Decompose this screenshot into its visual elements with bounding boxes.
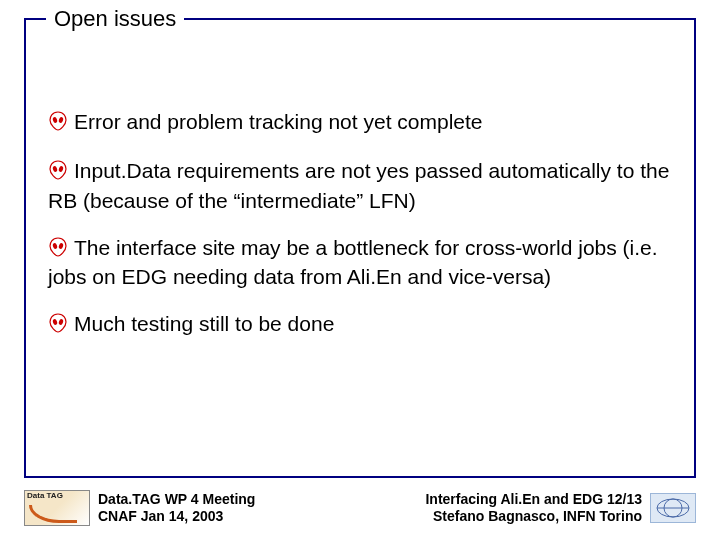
alien-head-icon bbox=[48, 312, 68, 339]
footer: Data TAG Data.TAG WP 4 Meeting CNAF Jan … bbox=[24, 484, 696, 532]
footer-right-text: Interfacing Ali.En and EDG 12/13 Stefano… bbox=[425, 491, 642, 525]
bullet-item: The interface site may be a bottleneck f… bbox=[48, 234, 672, 291]
logo-arc-icon bbox=[29, 505, 77, 523]
slide: Open issues Error and problem tracking n… bbox=[0, 0, 720, 540]
bullet-item: Input.Data requirements are not yes pass… bbox=[48, 157, 672, 214]
svg-point-6 bbox=[52, 319, 58, 326]
svg-point-0 bbox=[52, 116, 58, 123]
alien-head-icon bbox=[48, 110, 68, 137]
footer-left-text: Data.TAG WP 4 Meeting CNAF Jan 14, 2003 bbox=[98, 491, 255, 525]
datatag-logo: Data TAG bbox=[24, 490, 90, 526]
footer-left-line1: Data.TAG WP 4 Meeting bbox=[98, 491, 255, 508]
footer-right-line1: Interfacing Ali.En and EDG 12/13 bbox=[425, 491, 642, 508]
slide-title: Open issues bbox=[54, 6, 176, 31]
bullet-text: The interface site may be a bottleneck f… bbox=[48, 236, 658, 288]
alien-head-icon bbox=[48, 159, 68, 186]
alien-head-icon bbox=[48, 236, 68, 263]
bullet-text: Error and problem tracking not yet compl… bbox=[74, 110, 483, 133]
svg-point-2 bbox=[52, 166, 58, 173]
content-area: Error and problem tracking not yet compl… bbox=[48, 108, 672, 360]
bullet-item: Error and problem tracking not yet compl… bbox=[48, 108, 672, 137]
footer-right-line2: Stefano Bagnasco, INFN Torino bbox=[425, 508, 642, 525]
svg-point-7 bbox=[58, 319, 64, 326]
svg-point-3 bbox=[58, 166, 64, 173]
svg-point-4 bbox=[52, 242, 58, 249]
logo-left-text: Data TAG bbox=[27, 492, 87, 500]
title-wrap: Open issues bbox=[46, 6, 184, 32]
bullet-text: Much testing still to be done bbox=[74, 312, 334, 335]
svg-point-5 bbox=[58, 242, 64, 249]
bullet-text: Input.Data requirements are not yes pass… bbox=[48, 159, 669, 211]
bullet-item: Much testing still to be done bbox=[48, 310, 672, 339]
footer-left-line2: CNAF Jan 14, 2003 bbox=[98, 508, 255, 525]
infn-logo bbox=[650, 493, 696, 523]
svg-point-1 bbox=[58, 116, 64, 123]
